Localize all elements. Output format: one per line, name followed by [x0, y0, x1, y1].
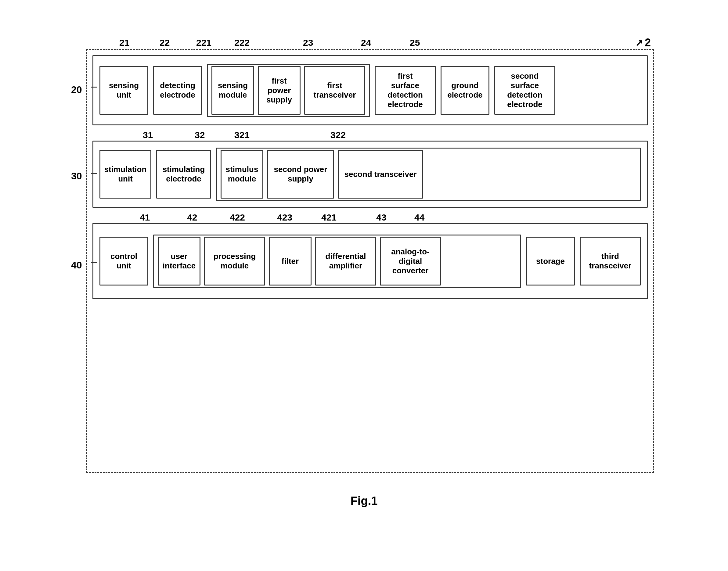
ref-2-number: 2 [645, 36, 651, 49]
ref-422: 422 [230, 212, 245, 223]
analog-to-digital-converter: analog-to-digitalconverter [380, 237, 441, 286]
processing-submodule: userinterface processingmodule filter di… [153, 235, 521, 288]
ref-322: 322 [330, 130, 346, 140]
storage: storage [526, 237, 575, 286]
second-transceiver: second transceiver [338, 150, 423, 199]
differential-amplifier: differentialamplifier [315, 237, 376, 286]
row-20-label: 20 [71, 84, 82, 96]
ground-electrode: groundelectrode [441, 66, 489, 115]
ref-423: 423 [277, 212, 292, 223]
user-interface: userinterface [158, 237, 200, 286]
ref-222: 222 [234, 37, 249, 48]
third-transceiver: thirdtransceiver [580, 237, 641, 286]
stimulating-electrode: stimulatingelectrode [156, 150, 211, 199]
sensing-unit: sensingunit [99, 66, 148, 115]
ref-22: 22 [160, 37, 170, 48]
ref-41: 41 [140, 212, 150, 223]
ref-23: 23 [303, 37, 313, 48]
fig-caption-text: Fig.1 [350, 494, 378, 507]
second-power-supply: second powersupply [267, 150, 334, 199]
row-30-label: 30 [71, 170, 82, 182]
detecting-electrode: detectingelectrode [153, 66, 202, 115]
second-surface-detection-electrode: secondsurfacedetectionelectrode [494, 66, 555, 115]
ref-43: 43 [376, 212, 386, 223]
row-20-box: sensingunit detectingelectrode sensingmo… [92, 55, 648, 125]
ref-421: 421 [321, 212, 336, 223]
ref-42: 42 [187, 212, 197, 223]
fig-caption: Fig.1 [350, 494, 378, 507]
page-container: ↗ 2 21 22 221 222 23 24 25 20 sensinguni… [28, 19, 700, 552]
sensing-submodule: sensingmodule firstpowersupply firsttran… [207, 64, 370, 117]
filter: filter [269, 237, 312, 286]
first-surface-detection-electrode: firstsurfacedetectionelectrode [375, 66, 436, 115]
ref-321: 321 [234, 130, 249, 140]
ref-24: 24 [361, 37, 371, 48]
first-transceiver: firsttransceiver [304, 66, 365, 115]
stimulation-unit: stimulationunit [99, 150, 151, 199]
stimulus-submodule: stimulusmodule second powersupply second… [216, 148, 641, 201]
row-30-box: stimulationunit stimulatingelectrode sti… [92, 141, 648, 208]
sensing-module: sensingmodule [211, 66, 254, 115]
ref-32: 32 [195, 130, 205, 140]
stimulus-module: stimulusmodule [221, 150, 263, 199]
ref-31: 31 [143, 130, 153, 140]
processing-module: processingmodule [204, 237, 265, 286]
ref-25: 25 [410, 37, 420, 48]
row-40-label: 40 [71, 259, 82, 271]
ref-221: 221 [196, 37, 211, 48]
diagram-area: ↗ 2 21 22 221 222 23 24 25 20 sensinguni… [74, 31, 654, 482]
first-power-supply: firstpowersupply [258, 66, 301, 115]
control-unit: controlunit [99, 237, 148, 286]
ref-44: 44 [414, 212, 424, 223]
ref-2-label: ↗ 2 [635, 36, 651, 49]
row-40-box: controlunit userinterface processingmodu… [92, 223, 648, 299]
ref-21: 21 [119, 37, 129, 48]
